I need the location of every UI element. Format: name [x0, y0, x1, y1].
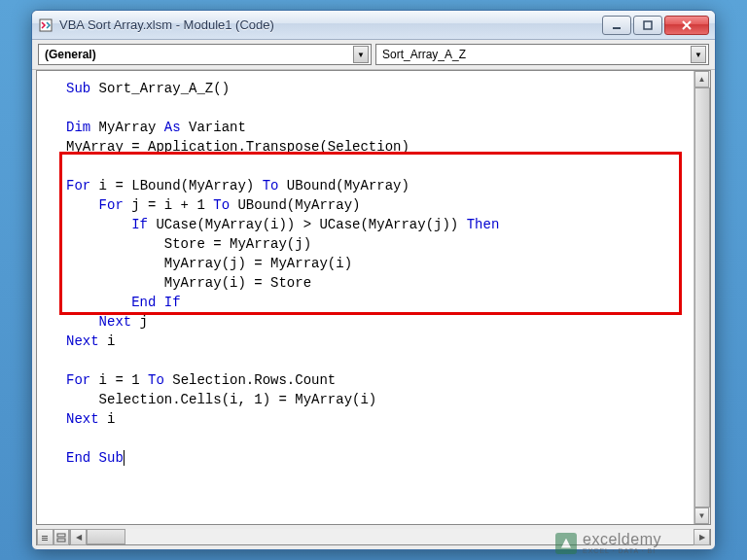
minimize-button[interactable] — [602, 16, 631, 35]
bottom-bar: ◀ ▶ — [36, 529, 711, 545]
scroll-thumb-h[interactable] — [87, 529, 125, 544]
window-title: VBA Sort Array.xlsm - Module1 (Code) — [59, 18, 602, 32]
code-editor[interactable]: Sub Sort_Array_A_Z() Dim MyArray As Vari… — [37, 71, 694, 524]
dropdown-row: (General) ▼ Sort_Array_A_Z ▼ — [32, 40, 715, 70]
chevron-down-icon: ▼ — [691, 46, 706, 63]
procedure-view-button[interactable] — [37, 529, 53, 545]
window-controls — [602, 16, 709, 35]
scroll-down-button[interactable]: ▼ — [694, 508, 709, 524]
view-toggles — [37, 529, 70, 544]
svg-rect-2 — [644, 21, 652, 29]
scroll-up-button[interactable]: ▲ — [694, 71, 709, 88]
full-module-view-button[interactable] — [53, 529, 70, 545]
svg-rect-3 — [42, 536, 48, 537]
svg-rect-1 — [613, 27, 621, 29]
scroll-track-h[interactable] — [125, 529, 694, 544]
close-button[interactable] — [664, 16, 709, 35]
titlebar[interactable]: VBA Sort Array.xlsm - Module1 (Code) — [32, 11, 715, 40]
svg-rect-7 — [57, 539, 65, 542]
vertical-scrollbar[interactable]: ▲ ▼ — [694, 71, 710, 524]
procedure-dropdown-value: Sort_Array_A_Z — [382, 48, 466, 61]
chevron-down-icon: ▼ — [353, 46, 369, 63]
scroll-right-button[interactable]: ▶ — [694, 529, 710, 545]
code-window: VBA Sort Array.xlsm - Module1 (Code) (Ge… — [31, 10, 716, 550]
vba-module-icon — [38, 18, 53, 33]
scroll-left-button[interactable]: ◀ — [70, 529, 87, 545]
code-container: Sub Sort_Array_A_Z() Dim MyArray As Vari… — [36, 70, 711, 525]
object-dropdown[interactable]: (General) ▼ — [38, 44, 372, 65]
procedure-dropdown[interactable]: Sort_Array_A_Z ▼ — [375, 44, 709, 65]
svg-rect-4 — [42, 538, 48, 539]
svg-rect-5 — [42, 540, 48, 541]
horizontal-scrollbar[interactable]: ◀ ▶ — [70, 529, 710, 544]
object-dropdown-value: (General) — [45, 48, 96, 61]
scroll-thumb-v[interactable] — [694, 88, 710, 508]
maximize-button[interactable] — [633, 16, 662, 35]
svg-rect-6 — [57, 534, 65, 537]
